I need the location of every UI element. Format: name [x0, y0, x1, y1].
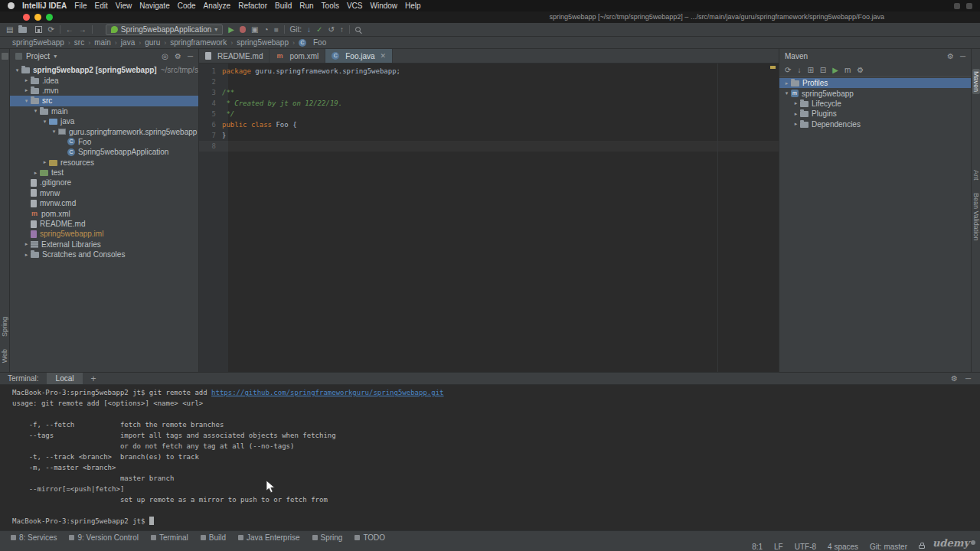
menu-code[interactable]: Code	[178, 2, 196, 10]
expand-all-icon[interactable]: ⊞	[807, 66, 813, 74]
menu-analyze[interactable]: Analyze	[204, 2, 231, 10]
toolwindow-tab-web[interactable]: Web	[1, 349, 8, 363]
code-line-8[interactable]: 8	[199, 141, 779, 152]
breadcrumb-springframework-5[interactable]: springframework	[170, 38, 227, 47]
project-item-pom-xml[interactable]: mpom.xml	[10, 208, 198, 218]
hide-panel-icon[interactable]: ─	[960, 52, 965, 60]
tree-collapsed-arrow-icon[interactable]: ▸	[22, 77, 31, 83]
git-commit-icon[interactable]: ✓	[316, 25, 322, 34]
git-update-icon[interactable]: ↓	[307, 25, 311, 34]
toolwindow-button-todo[interactable]: TODO	[354, 533, 385, 542]
collapse-all-icon[interactable]: ⊟	[820, 66, 826, 74]
project-tool-button[interactable]	[2, 53, 8, 60]
download-sources-icon[interactable]: ↓	[797, 66, 801, 74]
toolwindow-button-9-version-control[interactable]: 9: Version Control	[69, 533, 139, 542]
terminal-settings-icon[interactable]: ⚙	[951, 374, 958, 383]
back-icon[interactable]: ←	[66, 25, 74, 34]
minimize-window-button[interactable]	[34, 14, 41, 21]
run-maven-goal-icon[interactable]: ▶	[832, 66, 838, 74]
tree-expanded-arrow-icon[interactable]: ▾	[50, 129, 58, 135]
hide-panel-icon[interactable]: ─	[188, 52, 193, 60]
project-item-resources[interactable]: ▸resources	[10, 158, 198, 168]
status-file-encoding[interactable]: UTF-8	[795, 543, 816, 551]
menu-refactor[interactable]: Refactor	[238, 2, 267, 10]
menubar-status-icon[interactable]	[954, 3, 960, 9]
forward-icon[interactable]: →	[79, 25, 87, 34]
profiler-icon[interactable]: ◔	[263, 25, 268, 34]
breadcrumb-main-2[interactable]: main	[94, 38, 111, 47]
run-configuration-select[interactable]: Spring5webappApplication ▾	[106, 24, 223, 35]
status-caret-position[interactable]: 8:1	[752, 543, 763, 551]
toolwindow-tab-bean-validation[interactable]: Bean Validation	[972, 191, 980, 243]
project-item-foo[interactable]: CFoo	[10, 137, 198, 147]
tree-collapsed-arrow-icon[interactable]: ▸	[782, 80, 791, 86]
tree-collapsed-arrow-icon[interactable]: ▸	[31, 170, 40, 176]
tree-collapsed-arrow-icon[interactable]: ▸	[22, 252, 31, 258]
code-line-7[interactable]: 7}	[199, 130, 779, 141]
breadcrumb-guru-4[interactable]: guru	[145, 38, 160, 47]
breadcrumb-foo-7[interactable]: Foo	[313, 38, 326, 47]
toolwindow-button-spring[interactable]: Spring	[312, 533, 343, 542]
editor-tab-foo-java[interactable]: CFoo.java✕	[325, 49, 393, 63]
maven-item-spring5webapp[interactable]: ▾mspring5webapp	[779, 88, 971, 98]
tree-collapsed-arrow-icon[interactable]: ▸	[792, 111, 800, 117]
toolwindow-tab-ant[interactable]: Ant	[972, 168, 980, 183]
maven-item-dependencies[interactable]: ▸Dependencies	[779, 119, 971, 129]
toolwindow-button-8-services[interactable]: 8: Services	[11, 533, 57, 542]
toolwindow-button-java-enterprise[interactable]: Java Enterprise	[238, 533, 299, 542]
menu-tools[interactable]: Tools	[322, 2, 339, 10]
menu-intellij-idea[interactable]: IntelliJ IDEA	[22, 2, 67, 10]
project-item-guru-springframework-spring5webapp[interactable]: ▾guru.springframework.spring5webapp	[10, 126, 198, 136]
menu-view[interactable]: View	[116, 2, 132, 10]
maven-settings-icon[interactable]: ⚙	[857, 66, 864, 74]
execute-goal-icon[interactable]: m	[844, 66, 851, 74]
menu-navigate[interactable]: Navigate	[139, 2, 169, 10]
git-revert-icon[interactable]: ↺	[328, 25, 334, 34]
project-item-readme-md[interactable]: README.md	[10, 219, 198, 229]
close-tab-icon[interactable]: ✕	[381, 52, 387, 60]
project-item-mvn[interactable]: ▸.mvn	[10, 86, 198, 96]
status-indent-size[interactable]: 4 spaces	[828, 543, 858, 551]
gear-icon[interactable]: ⚙	[947, 52, 954, 60]
code-line-2[interactable]: 2	[199, 77, 779, 87]
code-line-5[interactable]: 5 */	[199, 109, 779, 119]
project-item-java[interactable]: ▾java	[10, 116, 198, 126]
tree-collapsed-arrow-icon[interactable]: ▸	[22, 241, 31, 247]
editor-tab-readme-md[interactable]: README.md	[199, 49, 270, 63]
chevron-down-icon[interactable]: ▾	[54, 53, 57, 60]
menu-file[interactable]: File	[74, 2, 87, 10]
breadcrumb-java-3[interactable]: java	[121, 38, 135, 47]
menu-edit[interactable]: Edit	[94, 2, 107, 10]
maven-item-profiles[interactable]: ▸Profiles	[779, 78, 971, 88]
tree-collapsed-arrow-icon[interactable]: ▸	[22, 87, 31, 93]
maven-panel-title[interactable]: Maven	[785, 52, 808, 60]
tree-expanded-arrow-icon[interactable]: ▾	[782, 90, 791, 96]
menu-window[interactable]: Window	[371, 2, 398, 10]
sync-icon[interactable]: ⟳	[47, 25, 54, 34]
project-item-external-libraries[interactable]: ▸External Libraries	[10, 240, 198, 249]
status-line-separator[interactable]: LF	[774, 543, 783, 551]
breadcrumb-spring5webapp-0[interactable]: spring5webapp	[12, 38, 64, 47]
notifications-icon[interactable]	[971, 540, 975, 545]
editor-tab-pom-xml[interactable]: mpom.xml	[270, 49, 325, 63]
search-icon[interactable]	[355, 27, 361, 32]
new-terminal-tab-button[interactable]: +	[90, 373, 96, 384]
apple-icon[interactable]	[8, 2, 15, 9]
run-button[interactable]: ▶	[228, 25, 234, 34]
git-push-icon[interactable]: ↑	[340, 25, 344, 34]
tree-collapsed-arrow-icon[interactable]: ▸	[792, 121, 800, 127]
menubar-status-icon[interactable]	[966, 3, 972, 9]
debug-button[interactable]	[240, 26, 246, 33]
refresh-maven-icon[interactable]: ⟳	[785, 66, 791, 74]
window-icon[interactable]: ▤	[6, 25, 13, 34]
maven-item-lifecycle[interactable]: ▸Lifecycle	[779, 99, 971, 109]
menu-vcs[interactable]: VCS	[347, 2, 363, 10]
tree-expanded-arrow-icon[interactable]: ▾	[31, 108, 40, 114]
stop-button[interactable]: ■	[273, 25, 278, 34]
code-line-3[interactable]: 3/**	[199, 87, 779, 98]
status-git-branch[interactable]: Git: master	[870, 543, 907, 551]
tree-expanded-arrow-icon[interactable]: ▾	[22, 98, 31, 104]
code-line-6[interactable]: 6public class Foo {	[199, 119, 779, 130]
minimize-terminal-icon[interactable]: ─	[965, 374, 971, 383]
save-icon[interactable]	[35, 26, 42, 33]
